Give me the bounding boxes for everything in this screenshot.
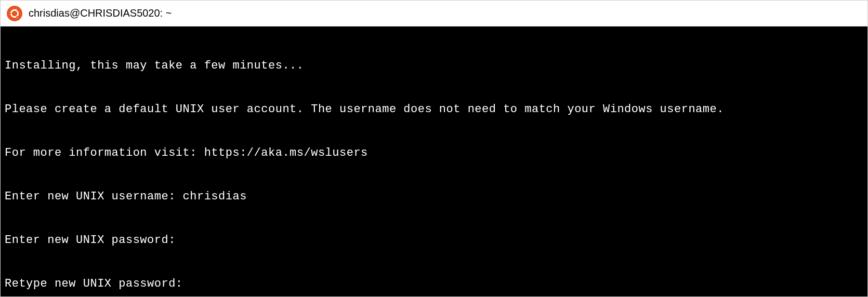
terminal-line: Installing, this may take a few minutes.… <box>5 59 863 73</box>
svg-rect-5 <box>9 12 11 14</box>
terminal-line: Please create a default UNIX user accoun… <box>5 102 863 117</box>
terminal-body[interactable]: Installing, this may take a few minutes.… <box>1 26 867 296</box>
terminal-line: For more information visit: https://aka.… <box>5 146 863 160</box>
window-title: chrisdias@CHRISDIAS5020: ~ <box>29 7 172 19</box>
terminal-line: Retype new UNIX password: <box>5 277 863 291</box>
titlebar[interactable]: chrisdias@CHRISDIAS5020: ~ <box>1 1 867 26</box>
ubuntu-icon <box>7 6 22 21</box>
terminal-window: chrisdias@CHRISDIAS5020: ~ Installing, t… <box>0 0 868 297</box>
terminal-line: Enter new UNIX password: <box>5 233 863 248</box>
terminal-line: Enter new UNIX username: chrisdias <box>5 190 863 204</box>
